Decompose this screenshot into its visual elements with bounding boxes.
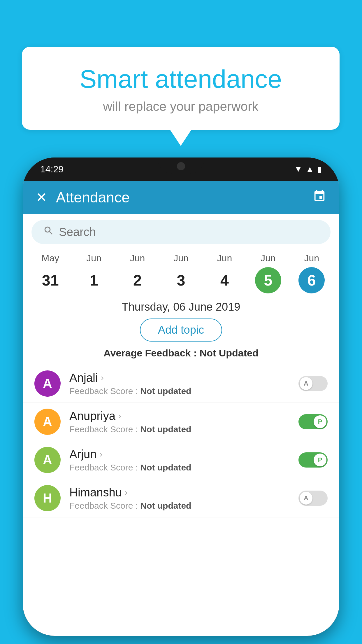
student-name: Anjali › <box>69 371 290 384</box>
student-item[interactable]: AArjun ›Feedback Score : Not updatedP <box>23 441 339 479</box>
toggle-switch[interactable]: A <box>298 376 328 391</box>
app-header: ✕ Attendance <box>23 181 339 214</box>
attendance-toggle[interactable]: P <box>298 452 328 468</box>
toggle-switch[interactable]: A <box>298 491 328 506</box>
header-left: ✕ Attendance <box>36 189 130 206</box>
student-name: Himanshu › <box>69 486 290 499</box>
cal-day-number[interactable]: 4 <box>211 267 238 293</box>
chevron-icon: › <box>118 411 121 421</box>
chevron-icon: › <box>125 487 128 497</box>
feedback-score: Feedback Score : Not updated <box>69 463 290 473</box>
student-avatar: H <box>34 485 61 511</box>
attendance-toggle[interactable]: A <box>298 376 328 391</box>
cal-month-label: Jun <box>304 253 319 264</box>
attendance-toggle[interactable]: A <box>298 491 328 506</box>
chevron-icon: › <box>101 373 104 383</box>
cal-month-label: Jun <box>217 253 232 264</box>
cal-month-label: Jun <box>86 253 101 264</box>
calendar-icon[interactable] <box>313 189 326 206</box>
speech-bubble: Smart attendance will replace your paper… <box>22 47 340 130</box>
student-item[interactable]: HHimanshu ›Feedback Score : Not updatedA <box>23 479 339 517</box>
toggle-switch[interactable]: P <box>298 452 328 468</box>
toggle-knob: P <box>314 415 326 428</box>
battery-icon: ▮ <box>317 164 322 174</box>
add-topic-button[interactable]: Add topic <box>140 318 222 342</box>
feedback-score: Feedback Score : Not updated <box>69 386 290 396</box>
toggle-knob: P <box>314 454 326 466</box>
cal-day-number[interactable]: 6 <box>298 267 325 293</box>
calendar-day[interactable]: Jun1 <box>75 253 113 293</box>
notch-camera <box>177 162 185 170</box>
feedback-score: Feedback Score : Not updated <box>69 501 290 511</box>
cal-day-number[interactable]: 2 <box>124 267 151 293</box>
close-button[interactable]: ✕ <box>36 190 47 205</box>
cal-day-number[interactable]: 31 <box>37 267 64 293</box>
bubble-subtitle: will replace your paperwork <box>36 99 325 114</box>
avg-feedback-label: Average Feedback : <box>103 347 199 358</box>
calendar-day[interactable]: Jun5 <box>249 253 287 293</box>
phone-notch <box>158 158 204 174</box>
chevron-icon: › <box>99 449 102 459</box>
calendar-strip: May31Jun1Jun2Jun3Jun4Jun5Jun6 <box>23 250 339 293</box>
student-name: Arjun › <box>69 448 290 461</box>
toggle-switch[interactable]: P <box>298 414 328 429</box>
cal-month-label: Jun <box>130 253 145 264</box>
search-input[interactable] <box>59 225 319 239</box>
student-info: Arjun ›Feedback Score : Not updated <box>69 448 290 473</box>
search-icon <box>43 225 54 239</box>
calendar-day[interactable]: Jun4 <box>205 253 243 293</box>
student-list: AAnjali ›Feedback Score : Not updatedAAA… <box>23 365 339 517</box>
avg-feedback-value: Not Updated <box>200 347 259 358</box>
student-item[interactable]: AAnupriya ›Feedback Score : Not updatedP <box>23 403 339 441</box>
date-heading: Thursday, 06 June 2019 <box>23 301 339 313</box>
toggle-knob: A <box>300 377 312 390</box>
calendar-day[interactable]: Jun3 <box>162 253 200 293</box>
header-title: Attendance <box>56 189 130 206</box>
toggle-knob: A <box>300 492 312 505</box>
avg-feedback: Average Feedback : Not Updated <box>23 347 339 359</box>
cal-month-label: Jun <box>173 253 189 264</box>
attendance-toggle[interactable]: P <box>298 414 328 429</box>
cal-month-label: May <box>41 253 59 264</box>
cal-day-number[interactable]: 1 <box>81 267 107 293</box>
calendar-day[interactable]: May31 <box>31 253 69 293</box>
status-icons: ▼ ▲ ▮ <box>294 164 322 174</box>
feedback-score: Feedback Score : Not updated <box>69 424 290 434</box>
cal-day-number[interactable]: 3 <box>168 267 194 293</box>
bubble-title: Smart attendance <box>36 64 325 94</box>
cal-day-number[interactable]: 5 <box>255 267 281 293</box>
app-screen: ✕ Attendance May31Jun1Jun2Jun3Jun4Jun5Ju… <box>23 181 339 636</box>
student-avatar: A <box>34 409 61 435</box>
wifi-icon: ▼ <box>294 164 303 174</box>
signal-icon: ▲ <box>306 164 314 174</box>
student-info: Himanshu ›Feedback Score : Not updated <box>69 486 290 511</box>
student-name: Anupriya › <box>69 410 290 423</box>
student-item[interactable]: AAnjali ›Feedback Score : Not updatedA <box>23 365 339 403</box>
status-bar: 14:29 ▼ ▲ ▮ <box>23 158 339 181</box>
search-bar[interactable] <box>31 220 331 244</box>
status-time: 14:29 <box>40 164 64 175</box>
calendar-day[interactable]: Jun6 <box>293 253 331 293</box>
cal-month-label: Jun <box>261 253 276 264</box>
student-info: Anupriya ›Feedback Score : Not updated <box>69 410 290 434</box>
student-avatar: A <box>34 447 61 473</box>
student-info: Anjali ›Feedback Score : Not updated <box>69 371 290 396</box>
student-avatar: A <box>34 370 61 397</box>
calendar-day[interactable]: Jun2 <box>119 253 157 293</box>
phone-frame: 14:29 ▼ ▲ ▮ ✕ Attendance <box>23 158 339 636</box>
